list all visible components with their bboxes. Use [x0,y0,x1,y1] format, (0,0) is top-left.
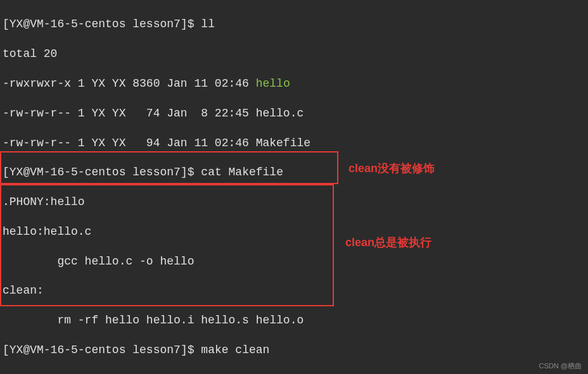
prompt-line: [YX@VM-16-5-centos lesson7]$ ll [3,17,585,32]
terminal-output: [YX@VM-16-5-centos lesson7]$ ll total 20… [3,3,585,374]
annotation-clean-not-phony: clean没有被修饰 [348,161,435,176]
executable-file: hello [256,77,290,90]
makefile-line: .PHONY:hello [3,195,585,209]
makefile-line: rm -rf hello hello.i hello.s hello.o [3,313,585,328]
annotation-clean-always-runs: clean总是被执行 [345,235,431,250]
watermark: CSDN @栖曲 [539,361,582,370]
command-ll: ll [201,18,215,30]
prompt-line: [YX@VM-16-5-centos lesson7]$ cat Makefil… [3,165,585,180]
total-line: total 20 [3,47,585,61]
file-entry: -rwxrwxr-x 1 YX YX 8360 Jan 11 02:46 hel… [3,77,585,91]
makefile-line: hello:hello.c [3,225,585,239]
file-entry: -rw-rw-r-- 1 YX YX 94 Jan 11 02:46 Makef… [3,136,585,151]
makefile-line: gcc hello.c -o hello [3,254,585,269]
prompt-line: [YX@VM-16-5-centos lesson7]$ make clean [3,343,585,358]
command-make-clean: make clean [201,344,269,356]
file-entry: -rw-rw-r-- 1 YX YX 74 Jan 8 22:45 hello.… [3,106,585,121]
command-cat: cat Makefile [201,166,283,178]
makefile-line: clean: [3,284,585,298]
